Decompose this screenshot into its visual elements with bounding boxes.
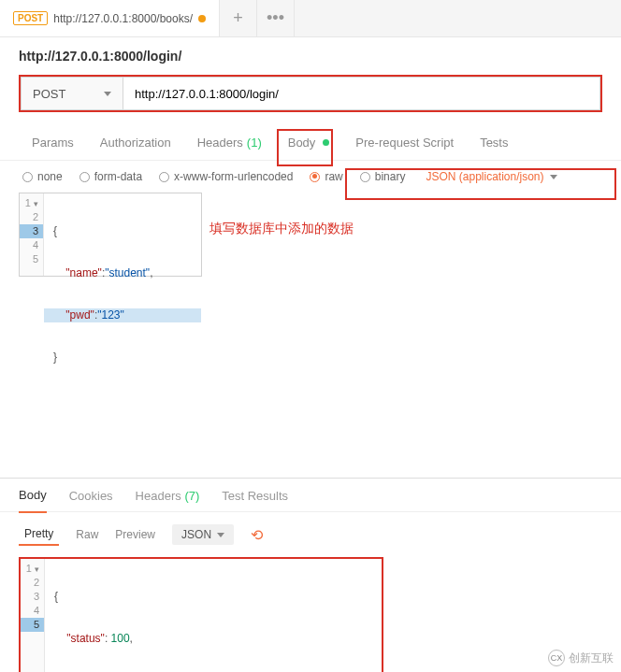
method-select[interactable]: POST xyxy=(21,77,123,110)
resp-tab-cookies[interactable]: Cookies xyxy=(69,489,113,512)
content-type-select[interactable]: JSON (application/json) xyxy=(426,170,556,183)
tab-prerequest[interactable]: Pre-request Script xyxy=(342,125,467,160)
radio-x-www-form[interactable]: x-www-form-urlencoded xyxy=(159,170,293,183)
headers-count: (1) xyxy=(247,136,262,150)
annotation-text: 填写数据库中添加的数据 xyxy=(209,221,354,237)
radio-raw[interactable]: raw xyxy=(310,170,342,183)
view-raw[interactable]: Raw xyxy=(76,528,98,541)
tab-body[interactable]: Body xyxy=(275,125,343,160)
tab-params[interactable]: Params xyxy=(19,125,87,160)
request-tabs-row: POST http://127.0.0.1:8000/books/ + ••• xyxy=(0,0,621,37)
resp-tab-headers[interactable]: Headers (7) xyxy=(136,489,200,512)
line-gutter: 1 ▾2345 xyxy=(20,193,44,276)
radio-form-data[interactable]: form-data xyxy=(79,170,142,183)
tab-headers-label: Headers xyxy=(197,136,243,150)
line-gutter: 1 ▾2345 xyxy=(21,559,45,672)
logo-icon: CX xyxy=(548,650,565,666)
url-input[interactable] xyxy=(123,77,600,110)
resp-tab-body[interactable]: Body xyxy=(19,488,47,513)
response-code[interactable]: { "status": 100, "msg": "登录成功", "token":… xyxy=(45,559,382,672)
view-pretty[interactable]: Pretty xyxy=(19,523,59,546)
method-badge: POST xyxy=(13,11,48,25)
request-tab[interactable]: POST http://127.0.0.1:8000/books/ xyxy=(0,0,220,36)
resp-tab-testresults[interactable]: Test Results xyxy=(222,489,288,512)
body-indicator-icon xyxy=(323,139,329,146)
code-area[interactable]: { "name":"student", "pwd":"123" } xyxy=(44,193,201,276)
radio-none[interactable]: none xyxy=(22,170,63,183)
request-title: http://127.0.0.1:8000/login/ xyxy=(0,37,621,71)
new-tab-button[interactable]: + xyxy=(220,0,257,36)
wrap-lines-button[interactable]: ⟲ xyxy=(251,526,263,544)
content-type-value: JSON (application/json) xyxy=(426,170,543,183)
body-type-row: none form-data x-www-form-urlencoded raw… xyxy=(0,161,621,193)
more-tabs-button[interactable]: ••• xyxy=(257,0,295,36)
tab-authorization[interactable]: Authorization xyxy=(87,125,184,160)
format-select[interactable]: JSON xyxy=(172,524,234,545)
method-value: POST xyxy=(33,87,65,101)
chevron-down-icon xyxy=(550,175,557,179)
tab-tests[interactable]: Tests xyxy=(467,125,521,160)
unsaved-dot-icon xyxy=(198,15,206,22)
request-body-editor[interactable]: 1 ▾2345 { "name":"student", "pwd":"123" … xyxy=(19,193,202,277)
view-preview[interactable]: Preview xyxy=(115,528,155,541)
method-url-row: POST xyxy=(19,75,602,112)
tab-body-label: Body xyxy=(288,136,316,150)
tab-url: http://127.0.0.1:8000/books/ xyxy=(53,12,193,25)
request-section-tabs: Params Authorization Headers (1) Body Pr… xyxy=(0,125,621,161)
tab-headers[interactable]: Headers (1) xyxy=(184,125,275,160)
watermark: CX 创新互联 xyxy=(548,650,614,666)
chevron-down-icon xyxy=(217,533,224,537)
chevron-down-icon xyxy=(104,92,111,96)
radio-binary[interactable]: binary xyxy=(360,170,406,183)
response-body-viewer: 1 ▾2345 { "status": 100, "msg": "登录成功", … xyxy=(19,557,383,672)
response-toolbar: Pretty Raw Preview JSON ⟲ xyxy=(0,512,621,557)
response-section-tabs: Body Cookies Headers (7) Test Results xyxy=(0,479,621,512)
